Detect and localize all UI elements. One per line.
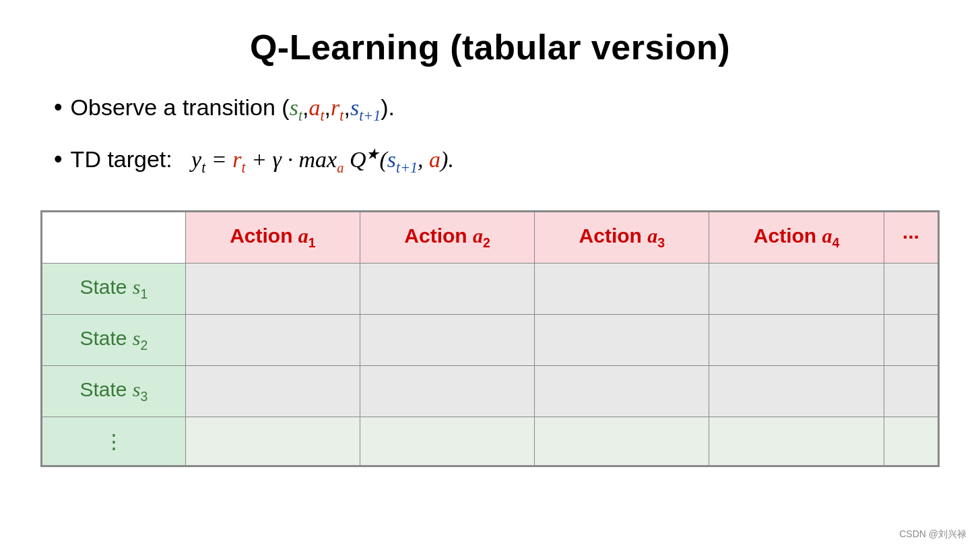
bullet-dot-2: • (54, 147, 63, 171)
cell-s3-a3 (535, 365, 709, 417)
table-row-s2: State s2 (42, 314, 938, 365)
cell-dots-a1 (185, 417, 360, 465)
header-action-1-label: Action a1 (230, 224, 316, 247)
cell-s2-a4 (709, 314, 884, 365)
table-header-row: Action a1 Action a2 Action a3 (42, 212, 938, 263)
state-dots-text: ⋮ (104, 430, 124, 452)
state-label-dots: ⋮ (42, 417, 186, 465)
bullet-dot-1: • (54, 95, 63, 119)
header-action-2: Action a2 (360, 212, 535, 263)
cell-s2-a2 (360, 314, 535, 365)
title-area: Q-Learning (tabular version) (40, 27, 940, 67)
cell-s2-a1 (185, 314, 360, 365)
cell-dots-a4 (709, 417, 884, 465)
cell-dots-dots (884, 417, 938, 465)
s-t: st (290, 95, 302, 120)
header-action-dots: ··· (884, 212, 938, 263)
state-label-s2: State s2 (42, 314, 186, 365)
bullet-1: • Observe a transition (st,at,rt,st+1). (54, 94, 454, 125)
bullet-2-text: TD target: yt = rt + γ · maxa Q★(st+1, a… (71, 145, 454, 177)
table-row-dots: ⋮ (42, 417, 938, 465)
r-t: rt (331, 95, 344, 120)
header-action-2-label: Action a2 (404, 224, 490, 247)
cell-s3-a1 (185, 365, 360, 417)
state-label-s3: State s3 (42, 365, 186, 417)
q-table: Action a1 Action a2 Action a3 (42, 212, 938, 466)
formula: yt = rt + γ · maxa Q★(st+1, a). (191, 147, 454, 172)
header-dots-label: ··· (903, 226, 919, 248)
cell-s1-dots (884, 263, 938, 314)
cell-s3-a4 (709, 365, 884, 417)
slide-container: Q-Learning (tabular version) • Observe a… (0, 0, 980, 550)
s-t1: st+1 (350, 95, 381, 120)
slide-title: Q-Learning (tabular version) (40, 27, 940, 67)
header-action-1: Action a1 (185, 212, 360, 263)
cell-dots-a3 (535, 417, 709, 465)
cell-s2-a3 (535, 314, 709, 365)
bullet-1-text: Observe a transition (st,at,rt,st+1). (71, 94, 395, 125)
cell-s1-a1 (185, 263, 360, 314)
state-s1-text: State s1 (79, 276, 148, 298)
cell-s3-dots (884, 365, 938, 417)
cell-s1-a2 (360, 263, 535, 314)
a-t: at (308, 95, 324, 120)
q-table-wrapper: Action a1 Action a2 Action a3 (40, 210, 940, 467)
table-row-s1: State s1 (42, 263, 938, 314)
header-action-4: Action a4 (709, 212, 884, 263)
header-action-3-label: Action a3 (579, 224, 665, 247)
cell-s1-a4 (709, 263, 884, 314)
watermark: CSDN @刘兴禄 (899, 528, 967, 541)
state-label-s1: State s1 (42, 263, 186, 314)
header-action-4-label: Action a4 (754, 224, 840, 247)
bullets-section: • Observe a transition (st,at,rt,st+1). … (54, 94, 454, 177)
state-s2-text: State s2 (79, 327, 148, 349)
cell-s3-a2 (360, 365, 535, 417)
cell-s1-a3 (535, 263, 709, 314)
bullet-2: • TD target: yt = rt + γ · maxa Q★(st+1,… (54, 145, 454, 177)
header-action-3: Action a3 (535, 212, 709, 263)
cell-dots-a2 (360, 417, 535, 465)
cell-s2-dots (884, 314, 938, 365)
state-s3-text: State s3 (79, 378, 148, 400)
header-empty-cell (42, 212, 186, 263)
table-row-s3: State s3 (42, 365, 938, 417)
